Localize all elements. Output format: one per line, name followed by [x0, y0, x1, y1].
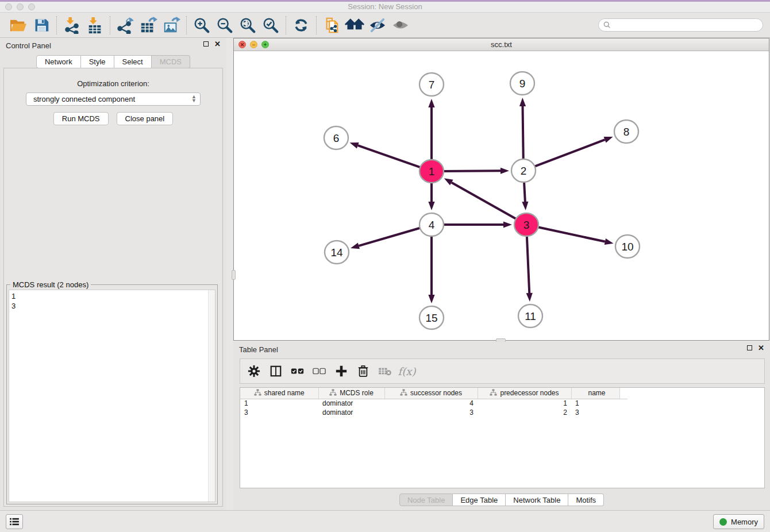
optimization-criterion-label: Optimization criterion:	[4, 79, 222, 88]
table-row[interactable]: 3dominator323	[240, 408, 627, 417]
tab-select[interactable]: Select	[114, 55, 152, 68]
select-all-checkboxes-icon	[291, 367, 305, 375]
export-image-button[interactable]	[160, 15, 183, 36]
tab-edge-table[interactable]: Edge Table	[453, 494, 506, 506]
close-panel-icon[interactable]: ✕	[214, 41, 221, 47]
float-table-panel-icon[interactable]	[747, 345, 752, 350]
graph-node-11[interactable]: 11	[518, 304, 542, 327]
run-mcds-button[interactable]: Run MCDS	[53, 112, 109, 125]
table-panel-tabs: Node Table Edge Table Network Table Moti…	[233, 494, 770, 506]
graph-node-15[interactable]: 15	[419, 306, 444, 329]
edge-1-to-6[interactable]	[358, 145, 422, 168]
graph-node-9[interactable]: 9	[510, 72, 534, 95]
function-builder-button[interactable]: f(x)	[398, 362, 416, 380]
table-settings-button[interactable]	[245, 362, 263, 380]
delete-columns-button[interactable]	[354, 362, 372, 380]
tab-node-table[interactable]: Node Table	[399, 494, 453, 506]
graph-node-1[interactable]: 1	[419, 160, 444, 183]
deselect-all-button[interactable]	[310, 362, 329, 380]
edge-3-to-11[interactable]	[527, 235, 529, 293]
tab-network-table[interactable]: Network Table	[506, 494, 568, 506]
column-header-successor-nodes[interactable]: successor nodes	[384, 388, 478, 399]
search-box[interactable]	[598, 18, 763, 32]
first-neighbors-button[interactable]	[343, 15, 366, 36]
graph-node-3[interactable]: 3	[514, 213, 538, 236]
show-all-button[interactable]	[389, 15, 412, 36]
graph-node-8[interactable]: 8	[614, 120, 638, 143]
float-panel-icon[interactable]	[203, 41, 209, 47]
export-table-button[interactable]	[137, 15, 160, 36]
tab-network[interactable]: Network	[36, 55, 81, 68]
column-header-MCDS-role[interactable]: MCDS role	[318, 388, 384, 399]
column-header-predecessor-nodes[interactable]: predecessor nodes	[478, 388, 571, 399]
zoom-in-button[interactable]	[190, 15, 213, 36]
edge-3-to-10[interactable]	[537, 227, 605, 242]
table-row[interactable]: 1dominator411	[240, 399, 627, 408]
vertical-splitter-grip[interactable]	[232, 270, 236, 280]
zoom-out-button[interactable]	[213, 15, 236, 36]
edge-1-to-2[interactable]	[442, 171, 500, 171]
task-history-button[interactable]	[6, 514, 23, 529]
delete-table-button[interactable]	[376, 362, 394, 380]
network-canvas[interactable]: 7968124314101511	[234, 51, 769, 340]
update-network-button[interactable]	[290, 15, 313, 36]
close-panel-button[interactable]: Close panel	[117, 112, 174, 125]
save-session-button[interactable]	[30, 15, 53, 36]
mcds-result-area[interactable]: 1 3	[9, 290, 215, 502]
fit-selected-button[interactable]	[259, 15, 282, 36]
table-cell[interactable]: 2	[478, 408, 571, 417]
node-label: 2	[521, 165, 527, 177]
show-columns-button[interactable]	[267, 362, 285, 380]
network-graph[interactable]: 7968124314101511	[234, 51, 769, 340]
tab-mcds[interactable]: MCDS	[152, 55, 190, 68]
import-table-button[interactable]	[83, 15, 106, 36]
memory-button[interactable]: Memory	[713, 514, 764, 529]
node-label: 4	[429, 219, 435, 231]
close-table-panel-icon[interactable]: ✕	[758, 345, 764, 350]
copy-network-icon	[323, 17, 340, 34]
graph-node-7[interactable]: 7	[419, 73, 444, 96]
table-cell[interactable]: 1	[240, 399, 318, 408]
column-header-name[interactable]: name	[571, 388, 619, 399]
edge-2-to-8[interactable]	[533, 140, 605, 167]
select-all-button[interactable]	[288, 362, 307, 380]
graph-node-14[interactable]: 14	[325, 241, 349, 264]
graph-node-6[interactable]: 6	[324, 126, 348, 149]
import-network-button[interactable]	[60, 15, 83, 36]
table-cell[interactable]: 1	[478, 399, 571, 408]
table-cell[interactable]: dominator	[318, 408, 384, 417]
add-column-button[interactable]	[332, 362, 351, 380]
graph-node-4[interactable]: 4	[419, 213, 444, 236]
table-cell[interactable]: 3	[240, 408, 318, 417]
table-cell[interactable]: 3	[571, 408, 619, 417]
column-header-shared-name[interactable]: shared name	[240, 388, 318, 399]
tab-motifs[interactable]: Motifs	[568, 494, 604, 506]
eye-icon	[391, 17, 410, 33]
result-scrollbar[interactable]	[208, 290, 215, 502]
criterion-select[interactable]: strongly connected component ▲▼	[26, 92, 201, 106]
graph-node-10[interactable]: 10	[615, 235, 640, 258]
hide-selected-button[interactable]	[366, 15, 389, 36]
edge-2-to-9[interactable]	[523, 106, 523, 160]
network-window-titlebar[interactable]: ✕ − + scc.txt	[234, 38, 769, 51]
main-titlebar[interactable]: Session: New Session	[0, 2, 770, 13]
table-cell[interactable]: 4	[384, 399, 478, 408]
node-table-container[interactable]: shared nameMCDS rolesuccessor nodesprede…	[240, 387, 765, 488]
table-cell[interactable]: dominator	[318, 399, 384, 408]
table-cell[interactable]: 3	[384, 408, 478, 417]
column-type-icon	[400, 389, 407, 396]
tab-style[interactable]: Style	[81, 55, 114, 68]
fit-content-button[interactable]	[236, 15, 259, 36]
copy-network-button[interactable]	[320, 15, 343, 36]
export-network-button[interactable]	[114, 15, 137, 36]
table-cell[interactable]: 1	[571, 399, 619, 408]
window-title: Session: New Session	[0, 2, 770, 11]
edge-2-to-3[interactable]	[524, 181, 525, 202]
edge-4-to-14[interactable]	[359, 228, 421, 246]
node-label: 1	[429, 165, 435, 178]
edge-3-to-1[interactable]	[452, 183, 517, 220]
node-table: shared nameMCDS rolesuccessor nodesprede…	[240, 388, 627, 417]
search-input[interactable]	[614, 21, 758, 30]
graph-node-2[interactable]: 2	[511, 159, 536, 182]
open-session-button[interactable]	[7, 15, 30, 36]
